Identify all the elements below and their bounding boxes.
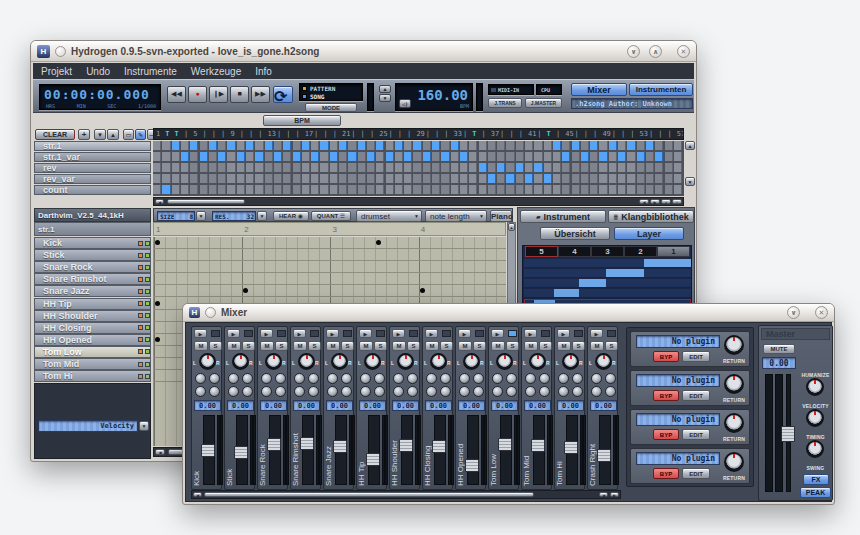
fx-send-knob-3[interactable] [426,386,437,397]
instrument-solo-led[interactable] [145,374,150,379]
song-cell[interactable] [404,185,412,194]
song-cell[interactable] [525,152,533,161]
fx-send-knob-1[interactable] [492,373,503,384]
song-cell[interactable] [153,174,161,183]
fx-bypass-button[interactable]: BYP [653,390,679,401]
note-property-dropdown-icon[interactable]: ▼ [139,421,149,431]
song-cell[interactable] [599,141,607,150]
song-cell[interactable] [655,163,663,172]
song-cell[interactable] [441,185,449,194]
fx-send-knob-1[interactable] [459,373,470,384]
song-cell[interactable] [497,174,505,183]
mixer-hscroll-right-icon[interactable]: ▶ [610,492,619,497]
channel-pan-knob[interactable] [232,353,249,370]
song-cell[interactable] [395,152,403,161]
song-cell[interactable] [293,163,301,172]
song-cell[interactable] [413,152,421,161]
fx-send-knob-4[interactable] [506,386,517,397]
song-cell[interactable] [283,185,291,194]
channel-fader-handle[interactable] [267,438,281,451]
channel-solo-button[interactable]: S [407,341,420,351]
instrument-solo-led[interactable] [145,325,150,330]
song-cell-active[interactable] [162,185,170,194]
song-zoom-out-icon[interactable]: − [672,199,682,204]
fx-send-knob-3[interactable] [459,386,470,397]
fx-send-knob-1[interactable] [360,373,371,384]
song-cell[interactable] [376,185,384,194]
channel-play-button[interactable]: ▶ [392,329,405,338]
fx-send-knob-4[interactable] [341,386,352,397]
channel-fader-handle[interactable] [531,439,545,452]
instrument-mute-led[interactable] [138,313,143,318]
fx-send-knob-1[interactable] [558,373,569,384]
song-cell[interactable] [209,174,217,183]
song-cell[interactable] [274,163,282,172]
song-cell-active[interactable] [218,152,226,161]
channel-fader-handle[interactable] [366,453,380,466]
song-cell[interactable] [665,185,673,194]
channel-play-button[interactable]: ▶ [458,329,471,338]
song-cell[interactable] [572,152,580,161]
song-cell[interactable] [395,185,403,194]
song-cell[interactable] [404,141,412,150]
fx-send-knob-3[interactable] [558,386,569,397]
song-cell-active[interactable] [534,163,542,172]
pattern-beat-ruler[interactable]: 1234 [153,222,506,236]
song-cell[interactable] [506,185,514,194]
instrument-solo-led[interactable] [145,313,150,318]
record-button[interactable]: ● [188,86,207,103]
pattern-row-count[interactable]: count [34,185,151,195]
song-cell[interactable] [255,185,263,194]
song-cell[interactable] [311,141,319,150]
fx-bypass-button[interactable]: BYP [653,468,679,479]
song-cell[interactable] [274,185,282,194]
layer-header-3[interactable]: 3 [591,246,624,257]
instrument-mute-led[interactable] [138,374,143,379]
song-cell[interactable] [627,163,635,172]
fx-send-knob-1[interactable] [228,373,239,384]
jack-master-button[interactable]: J.MASTER [525,98,562,108]
song-hscroll-handle[interactable] [167,199,245,204]
song-cell[interactable] [544,185,552,194]
input-mode-dropdown[interactable]: drumset▼ [356,210,422,222]
fx-send-knob-4[interactable] [539,386,550,397]
maximize-icon[interactable]: ∧ [649,45,662,58]
forward-button[interactable]: ▶▶ [251,86,270,103]
song-cell[interactable] [497,185,505,194]
pattern-mode-label[interactable]: PATTERN [310,85,335,92]
song-cell[interactable] [153,163,161,172]
song-cell-active[interactable] [553,141,561,150]
song-cell[interactable] [646,174,654,183]
pattern-grid-row[interactable] [154,273,506,285]
channel-play-button[interactable]: ▶ [359,329,372,338]
fx-send-knob-1[interactable] [294,373,305,384]
song-cell[interactable] [209,163,217,172]
song-cell[interactable] [227,163,235,172]
song-cell[interactable] [265,163,273,172]
quantize-button[interactable]: QUANT ☰ [311,211,351,221]
song-cell[interactable] [358,152,366,161]
fx-send-knob-1[interactable] [393,373,404,384]
song-cell-active[interactable] [618,152,626,161]
channel-fader[interactable] [368,415,380,485]
song-cell[interactable] [172,185,180,194]
song-cell[interactable] [283,152,291,161]
channel-solo-button[interactable]: S [374,341,387,351]
song-cell[interactable] [609,152,617,161]
tab-instrument[interactable]: ▰Instrument [520,210,606,223]
channel-solo-button[interactable]: S [275,341,288,351]
mixer-hscroll-left2-icon[interactable]: ◀ [599,492,608,497]
song-cell[interactable] [441,174,449,183]
channel-fader[interactable] [302,415,314,485]
fx-send-knob-2[interactable] [539,373,550,384]
song-cell[interactable] [432,152,440,161]
song-cell[interactable] [190,163,198,172]
instrument-solo-led[interactable] [145,301,150,306]
song-cell[interactable] [311,174,319,183]
master-mute-button[interactable]: MUTE [763,344,795,354]
instrument-row-hh-opened[interactable]: HH Opened [34,334,151,346]
song-cell[interactable] [469,163,477,172]
song-cell[interactable] [562,185,570,194]
fx-send-knob-2[interactable] [440,373,451,384]
song-cell[interactable] [497,152,505,161]
